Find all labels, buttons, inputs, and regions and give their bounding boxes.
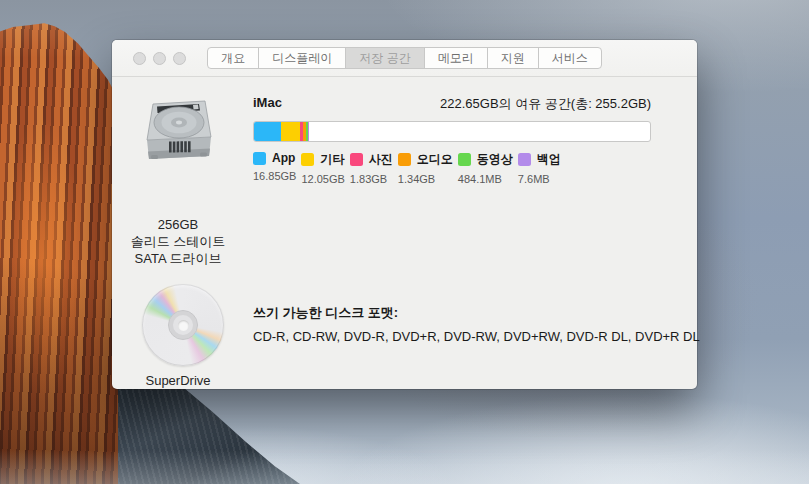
disc-hole xyxy=(178,320,189,331)
tab-저장 공간[interactable]: 저장 공간 xyxy=(345,48,423,68)
storage-legend: App16.85GB기타12.05GB사진1.83GB오디오1.34GB동영상4… xyxy=(253,151,561,185)
legend-swatch-사진 xyxy=(350,153,363,166)
desktop: 개요디스플레이저장 공간메모리지원서비스 xyxy=(0,0,809,484)
legend-item-기타: 기타12.05GB xyxy=(301,151,344,185)
legend-item-동영상: 동영상484.1MB xyxy=(458,151,513,185)
legend-swatch-App xyxy=(253,152,266,165)
legend-item-오디오: 오디오1.34GB xyxy=(398,151,453,185)
bar-segment-App xyxy=(254,122,281,141)
legend-swatch-기타 xyxy=(301,153,314,166)
legend-label: 동영상 xyxy=(477,151,513,168)
legend-swatch-오디오 xyxy=(398,153,411,166)
superdrive-label: SuperDrive xyxy=(118,373,238,388)
drive-type: 솔리드 스테이트 xyxy=(118,233,238,250)
drive-interface: SATA 드라이브 xyxy=(118,250,238,267)
legend-label: 오디오 xyxy=(417,151,453,168)
legend-value: 1.83GB xyxy=(350,173,393,185)
drive-label: 256GB 솔리드 스테이트 SATA 드라이브 xyxy=(118,216,238,267)
writable-formats-title: 쓰기 가능한 디스크 포맷: xyxy=(253,304,398,322)
tab-메모리[interactable]: 메모리 xyxy=(424,48,487,68)
tab-서비스[interactable]: 서비스 xyxy=(538,48,601,68)
drive-capacity: 256GB xyxy=(118,216,238,233)
writable-formats-list: CD-R, CD-RW, DVD-R, DVD+R, DVD-RW, DVD+R… xyxy=(253,329,700,344)
tab-디스플레이[interactable]: 디스플레이 xyxy=(258,48,345,68)
storage-usage-bar xyxy=(253,121,651,142)
legend-value: 16.85GB xyxy=(253,170,296,182)
legend-item-백업: 백업7.6MB xyxy=(518,151,561,185)
legend-label: 사진 xyxy=(369,151,393,168)
legend-value: 1.34GB xyxy=(398,173,453,185)
legend-label: 백업 xyxy=(537,151,561,168)
optical-disc-icon xyxy=(142,284,224,366)
legend-value: 12.05GB xyxy=(301,173,344,185)
about-this-mac-window: 개요디스플레이저장 공간메모리지원서비스 xyxy=(112,40,697,389)
legend-value: 484.1MB xyxy=(458,173,513,185)
legend-swatch-백업 xyxy=(518,153,531,166)
bar-segment-기타 xyxy=(281,122,300,141)
tab-개요[interactable]: 개요 xyxy=(208,48,258,68)
volume-name: iMac xyxy=(253,95,282,110)
tab-bar: 개요디스플레이저장 공간메모리지원서비스 xyxy=(207,47,601,69)
storage-pane: 256GB 솔리드 스테이트 SATA 드라이브 iMac 222.65GB의 … xyxy=(112,77,697,388)
free-space-text: 222.65GB의 여유 공간(총: 255.2GB) xyxy=(440,95,651,113)
titlebar[interactable]: 개요디스플레이저장 공간메모리지원서비스 xyxy=(112,40,697,77)
hard-drive-icon xyxy=(143,95,215,167)
legend-item-사진: 사진1.83GB xyxy=(350,151,393,185)
tab-bar-wrap: 개요디스플레이저장 공간메모리지원서비스 xyxy=(112,47,697,69)
legend-label: App xyxy=(272,151,295,165)
legend-label: 기타 xyxy=(320,151,344,168)
legend-swatch-동영상 xyxy=(458,153,471,166)
tab-지원[interactable]: 지원 xyxy=(487,48,538,68)
legend-value: 7.6MB xyxy=(518,173,561,185)
legend-item-App: App16.85GB xyxy=(253,151,296,185)
